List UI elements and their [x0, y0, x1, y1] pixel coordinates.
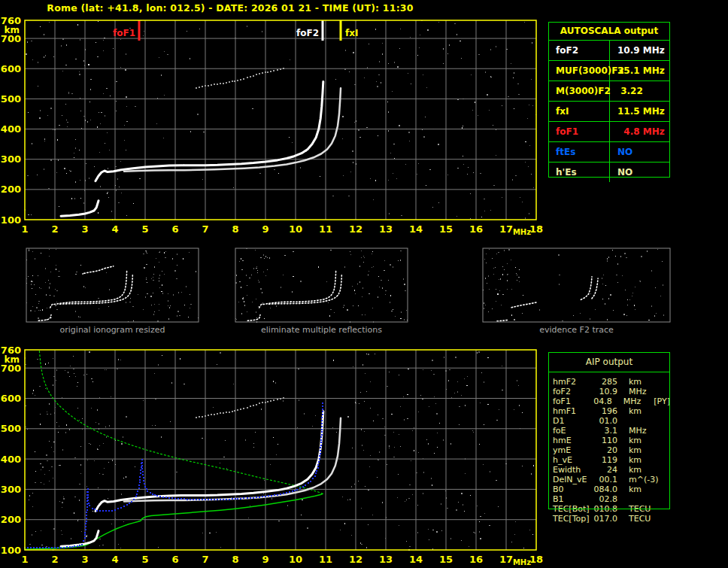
thumbnail-original-ionogram	[26, 248, 199, 323]
table-row: h_vE119km	[553, 455, 670, 465]
table-row: foF104.8MHz[PY]	[553, 396, 670, 406]
x-tick-label: 3	[81, 554, 88, 565]
x-axis-unit: MHz	[513, 558, 531, 566]
aip-value: 24	[592, 465, 617, 475]
y-tick-label: 500	[1, 93, 21, 105]
x-tick-label: 14	[409, 554, 423, 565]
x-tick-label: 12	[349, 223, 362, 235]
foF2-marker-label: foF2	[296, 28, 319, 38]
x-tick-label: 7	[202, 554, 208, 565]
x-tick-label: 4	[111, 223, 118, 235]
table-row: TEC[Bot]010.8TECU	[553, 504, 670, 514]
table-row: ymE20km	[553, 445, 670, 455]
thumbnail-multiple-reflections	[235, 248, 408, 323]
y-axis-unit: km	[5, 354, 20, 365]
plot-border	[483, 248, 670, 322]
table-row: foE3.1MHz	[553, 426, 670, 436]
table-row: TEC[Top]017.0TECU	[553, 514, 670, 524]
profile-plot: 760700600500400300200100km12345678910111…	[0, 342, 549, 568]
param-value: 4.8 MHz	[610, 122, 669, 141]
param-value: 35.1 MHz	[610, 61, 669, 80]
aip-unit: km	[629, 377, 660, 387]
x-tick-label: 15	[439, 554, 453, 565]
x-tick-label: 10	[289, 554, 302, 565]
plot-border	[235, 248, 408, 322]
aip-label: hmF2	[553, 377, 592, 387]
x-tick-label: 15	[439, 223, 453, 235]
table-row: hmF1196km	[553, 406, 670, 416]
aip-label: B0	[553, 484, 592, 494]
aip-unit: TECU	[629, 514, 660, 524]
table-row: D101.0	[553, 416, 670, 426]
param-value: NO	[610, 163, 669, 182]
y-tick-label: 400	[1, 123, 21, 135]
x-tick-label: 3	[81, 223, 88, 235]
aip-unit	[629, 494, 660, 504]
aip-unit: km	[629, 455, 660, 465]
x-tick-label: 13	[379, 554, 393, 565]
aip-value: 00.1	[592, 475, 617, 484]
autoscala-table-header: AUTOSCALA output	[549, 23, 669, 41]
x-tick-label: 14	[409, 223, 423, 235]
x-tick-label: 1	[21, 223, 28, 235]
table-row: fxI11.5 MHz	[549, 102, 669, 122]
param-value: 11.5 MHz	[610, 102, 669, 121]
aip-label: hmF1	[553, 406, 592, 416]
x-tick-label: 12	[349, 554, 362, 565]
x-tick-label: 6	[171, 223, 178, 235]
aip-unit: MHz	[629, 387, 660, 396]
param-value: 10.9 MHz	[610, 41, 669, 60]
aip-label: Ewidth	[553, 465, 592, 475]
x-tick-label: 5	[141, 223, 148, 235]
table-row: hmF2285km	[553, 377, 670, 387]
aip-value: 285	[592, 377, 617, 387]
aip-value: 10.9	[592, 387, 617, 396]
aip-unit	[629, 416, 660, 426]
aip-label: h_vE	[553, 455, 592, 465]
table-row: M(3000)F2 3.22	[549, 81, 669, 102]
y-tick-label: 600	[1, 63, 21, 74]
y-tick-label: 200	[1, 514, 21, 525]
aip-label: foF1	[553, 396, 589, 406]
aip-value: 3.1	[592, 426, 617, 436]
table-row: hmE110km	[553, 436, 670, 445]
aip-unit: km	[629, 465, 660, 475]
x-tick-label: 16	[469, 223, 483, 235]
table-row: foF210.9MHz	[553, 387, 670, 396]
aip-value: 04.8	[589, 396, 612, 406]
table-row: Ewidth24km	[553, 465, 670, 475]
x-tick-label: 17	[499, 223, 513, 235]
aip-unit: km	[629, 406, 660, 416]
aip-label: hmE	[553, 436, 592, 445]
aip-value: 119	[592, 455, 617, 465]
aip-unit: km	[629, 436, 660, 445]
param-label: foF2	[549, 41, 610, 60]
aip-label: ymE	[553, 445, 592, 455]
aip-value: 084.0	[592, 484, 617, 494]
aip-value: 01.0	[592, 416, 617, 426]
x-tick-label: 5	[141, 554, 148, 565]
x-tick-label: 18	[529, 554, 543, 565]
table-row: h'EsNO	[549, 163, 669, 182]
x-tick-label: 4	[111, 554, 118, 565]
thumbnail-f2-evidence	[482, 248, 671, 323]
x-tick-label: 10	[289, 223, 302, 235]
x-tick-label: 17	[499, 554, 513, 565]
aip-label: TEC[Top]	[553, 514, 592, 524]
aip-value: 017.0	[592, 514, 617, 524]
thumbnail-caption-2: eliminate multiple reflections	[235, 325, 408, 335]
aip-value: 20	[592, 445, 617, 455]
x-tick-label: 11	[319, 554, 332, 565]
param-label: foF1	[549, 122, 610, 141]
thumbnail-caption-3: evidence F2 trace	[482, 325, 671, 335]
x-tick-label: 2	[51, 554, 58, 565]
x-tick-label: 13	[379, 223, 393, 235]
table-row: B0084.0km	[553, 484, 670, 494]
aip-table-body: hmF2285kmfoF210.9MHzfoF104.8MHz[PY]hmF11…	[553, 377, 670, 524]
aip-unit: MHz	[629, 426, 660, 436]
aip-table-header: AIP output	[548, 357, 670, 367]
foF1-marker-label: foF1	[113, 28, 135, 38]
table-row: foF1 4.8 MHz	[549, 122, 669, 142]
aip-value: 110	[592, 436, 617, 445]
x-tick-label: 9	[262, 554, 268, 565]
